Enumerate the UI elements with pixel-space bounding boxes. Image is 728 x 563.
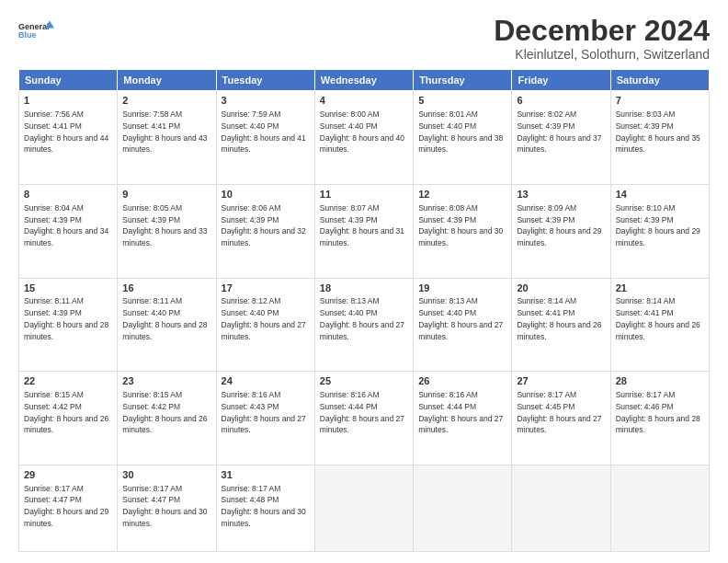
day-number: 3 (222, 94, 310, 108)
calendar-cell: 20 Sunrise: 8:14 AMSunset: 4:41 PMDaylig… (512, 278, 610, 372)
day-number: 15 (24, 282, 112, 295)
logo-svg: General Blue (18, 15, 55, 48)
calendar-cell: 29 Sunrise: 8:17 AMSunset: 4:47 PMDaylig… (19, 465, 118, 551)
day-number: 29 (24, 468, 112, 482)
weekday-header-row: SundayMondayTuesdayWednesdayThursdayFrid… (19, 70, 710, 91)
subtitle: Kleinlutzel, Solothurn, Switzerland (494, 47, 710, 62)
calendar-cell: 4 Sunrise: 8:00 AMSunset: 4:40 PMDayligh… (314, 91, 413, 185)
day-info: Sunrise: 8:15 AMSunset: 4:42 PMDaylight:… (122, 390, 207, 434)
day-info: Sunrise: 8:11 AMSunset: 4:39 PMDaylight:… (24, 296, 108, 340)
day-info: Sunrise: 8:08 AMSunset: 4:39 PMDaylight:… (418, 203, 503, 247)
weekday-header: Tuesday (216, 70, 314, 91)
day-number: 12 (418, 188, 506, 201)
calendar-cell: 12 Sunrise: 8:08 AMSunset: 4:39 PMDaylig… (414, 184, 512, 278)
calendar-cell: 18 Sunrise: 8:13 AMSunset: 4:40 PMDaylig… (314, 278, 413, 372)
day-number: 16 (122, 282, 210, 295)
day-info: Sunrise: 8:12 AMSunset: 4:40 PMDaylight:… (222, 296, 306, 340)
day-info: Sunrise: 8:17 AMSunset: 4:45 PMDaylight:… (517, 390, 601, 434)
day-info: Sunrise: 8:07 AMSunset: 4:39 PMDaylight:… (320, 203, 404, 247)
calendar-cell: 5 Sunrise: 8:01 AMSunset: 4:40 PMDayligh… (414, 91, 512, 185)
week-row: 15 Sunrise: 8:11 AMSunset: 4:39 PMDaylig… (19, 278, 710, 372)
day-number: 23 (122, 374, 210, 388)
day-info: Sunrise: 8:15 AMSunset: 4:42 PMDaylight:… (24, 390, 108, 434)
calendar-cell: 1 Sunrise: 7:56 AMSunset: 4:41 PMDayligh… (19, 91, 118, 185)
day-number: 20 (517, 282, 605, 295)
day-info: Sunrise: 8:04 AMSunset: 4:39 PMDaylight:… (24, 203, 108, 247)
title-block: December 2024 Kleinlutzel, Solothurn, Sw… (494, 15, 710, 62)
day-number: 22 (24, 374, 112, 388)
day-number: 8 (24, 188, 112, 201)
day-info: Sunrise: 8:14 AMSunset: 4:41 PMDaylight:… (616, 296, 700, 340)
calendar-cell: 7 Sunrise: 8:03 AMSunset: 4:39 PMDayligh… (610, 91, 709, 185)
weekday-header: Monday (118, 70, 216, 91)
day-number: 2 (122, 94, 210, 108)
calendar-cell (610, 465, 709, 551)
weekday-header: Wednesday (314, 70, 413, 91)
calendar-cell: 30 Sunrise: 8:17 AMSunset: 4:47 PMDaylig… (118, 465, 216, 551)
calendar-cell: 6 Sunrise: 8:02 AMSunset: 4:39 PMDayligh… (512, 91, 610, 185)
day-number: 26 (418, 374, 506, 388)
day-number: 30 (122, 468, 210, 482)
calendar-cell: 19 Sunrise: 8:13 AMSunset: 4:40 PMDaylig… (414, 278, 512, 372)
calendar-cell: 28 Sunrise: 8:17 AMSunset: 4:46 PMDaylig… (610, 372, 709, 465)
weekday-header: Thursday (414, 70, 512, 91)
calendar-cell: 11 Sunrise: 8:07 AMSunset: 4:39 PMDaylig… (314, 184, 413, 278)
day-number: 31 (222, 468, 310, 482)
day-info: Sunrise: 7:56 AMSunset: 4:41 PMDaylight:… (24, 109, 108, 154)
main-title: December 2024 (494, 15, 710, 47)
calendar-cell: 23 Sunrise: 8:15 AMSunset: 4:42 PMDaylig… (118, 372, 216, 465)
day-info: Sunrise: 7:59 AMSunset: 4:40 PMDaylight:… (222, 109, 306, 154)
calendar-cell (314, 465, 413, 551)
calendar-cell: 21 Sunrise: 8:14 AMSunset: 4:41 PMDaylig… (610, 278, 709, 372)
day-info: Sunrise: 8:05 AMSunset: 4:39 PMDaylight:… (122, 203, 207, 247)
week-row: 1 Sunrise: 7:56 AMSunset: 4:41 PMDayligh… (19, 91, 710, 185)
weekday-header: Sunday (19, 70, 118, 91)
day-number: 6 (517, 94, 605, 108)
day-number: 27 (517, 374, 605, 388)
logo: General Blue (18, 15, 55, 48)
day-info: Sunrise: 8:17 AMSunset: 4:48 PMDaylight:… (222, 484, 306, 528)
day-number: 19 (418, 282, 506, 295)
calendar-cell: 8 Sunrise: 8:04 AMSunset: 4:39 PMDayligh… (19, 184, 118, 278)
header: General Blue December 2024 Kleinlutzel, … (18, 15, 710, 62)
day-info: Sunrise: 8:16 AMSunset: 4:43 PMDaylight:… (222, 390, 306, 434)
day-info: Sunrise: 8:11 AMSunset: 4:40 PMDaylight:… (122, 296, 207, 340)
day-info: Sunrise: 8:17 AMSunset: 4:47 PMDaylight:… (122, 484, 207, 528)
week-row: 22 Sunrise: 8:15 AMSunset: 4:42 PMDaylig… (19, 372, 710, 465)
weekday-header: Saturday (610, 70, 709, 91)
day-number: 24 (222, 374, 310, 388)
day-info: Sunrise: 8:06 AMSunset: 4:39 PMDaylight:… (222, 203, 306, 247)
calendar-cell (414, 465, 512, 551)
calendar-cell: 25 Sunrise: 8:16 AMSunset: 4:44 PMDaylig… (314, 372, 413, 465)
day-number: 11 (320, 188, 408, 201)
day-info: Sunrise: 8:13 AMSunset: 4:40 PMDaylight:… (418, 296, 503, 340)
day-number: 7 (616, 94, 704, 108)
day-info: Sunrise: 8:14 AMSunset: 4:41 PMDaylight:… (517, 296, 601, 340)
calendar-cell: 27 Sunrise: 8:17 AMSunset: 4:45 PMDaylig… (512, 372, 610, 465)
day-info: Sunrise: 8:16 AMSunset: 4:44 PMDaylight:… (418, 390, 503, 434)
day-number: 25 (320, 374, 408, 388)
day-number: 18 (320, 282, 408, 295)
calendar-cell: 3 Sunrise: 7:59 AMSunset: 4:40 PMDayligh… (216, 91, 314, 185)
day-info: Sunrise: 8:01 AMSunset: 4:40 PMDaylight:… (418, 109, 503, 154)
day-info: Sunrise: 8:09 AMSunset: 4:39 PMDaylight:… (517, 203, 601, 247)
week-row: 29 Sunrise: 8:17 AMSunset: 4:47 PMDaylig… (19, 465, 710, 551)
calendar-cell: 14 Sunrise: 8:10 AMSunset: 4:39 PMDaylig… (610, 184, 709, 278)
calendar-cell: 24 Sunrise: 8:16 AMSunset: 4:43 PMDaylig… (216, 372, 314, 465)
day-info: Sunrise: 8:03 AMSunset: 4:39 PMDaylight:… (616, 109, 700, 154)
calendar-cell: 31 Sunrise: 8:17 AMSunset: 4:48 PMDaylig… (216, 465, 314, 551)
day-number: 21 (616, 282, 704, 295)
calendar-cell: 2 Sunrise: 7:58 AMSunset: 4:41 PMDayligh… (118, 91, 216, 185)
day-number: 9 (122, 188, 210, 201)
calendar-cell: 15 Sunrise: 8:11 AMSunset: 4:39 PMDaylig… (19, 278, 118, 372)
day-number: 5 (418, 94, 506, 108)
day-number: 13 (517, 188, 605, 201)
day-number: 10 (222, 188, 310, 201)
calendar-cell: 22 Sunrise: 8:15 AMSunset: 4:42 PMDaylig… (19, 372, 118, 465)
calendar-cell: 17 Sunrise: 8:12 AMSunset: 4:40 PMDaylig… (216, 278, 314, 372)
weekday-header: Friday (512, 70, 610, 91)
day-number: 4 (320, 94, 408, 108)
day-info: Sunrise: 8:16 AMSunset: 4:44 PMDaylight:… (320, 390, 404, 434)
day-info: Sunrise: 8:17 AMSunset: 4:47 PMDaylight:… (24, 484, 108, 528)
day-number: 1 (24, 94, 112, 108)
